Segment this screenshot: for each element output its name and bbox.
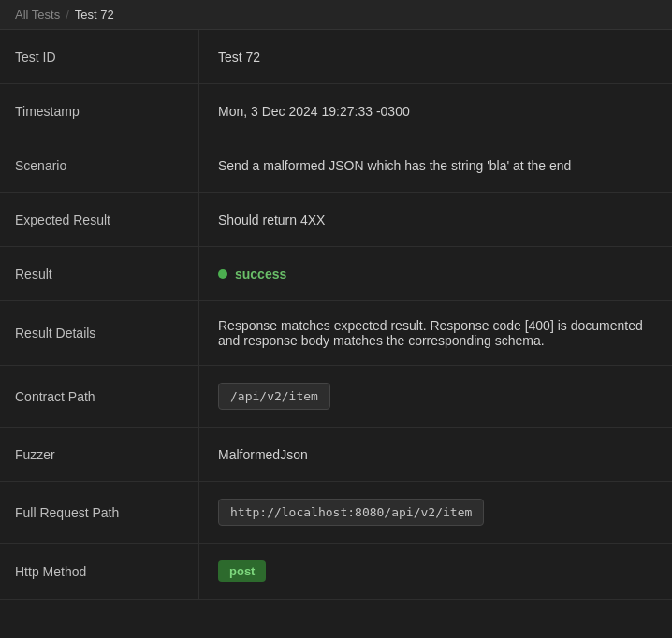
row-value: http://localhost:8080/api/v2/item	[199, 482, 672, 543]
table-row: Expected ResultShould return 4XX	[0, 193, 672, 247]
table-row: Result DetailsResponse matches expected …	[0, 301, 672, 366]
row-text-value: Response matches expected result. Respon…	[218, 318, 653, 348]
row-value: MalformedJson	[199, 428, 672, 481]
row-text-value: Should return 4XX	[218, 212, 325, 227]
row-label: Full Request Path	[0, 482, 199, 543]
row-label: Fuzzer	[0, 428, 199, 481]
breadcrumb-bar: All Tests / Test 72	[0, 0, 672, 30]
row-value: Send a malformed JSON which has the stri…	[199, 138, 672, 192]
row-text-value: Send a malformed JSON which has the stri…	[218, 158, 571, 173]
row-value: success	[199, 247, 672, 300]
row-label: Result Details	[0, 301, 199, 365]
row-value: Should return 4XX	[199, 193, 672, 246]
full-request-path-badge: http://localhost:8080/api/v2/item	[218, 499, 484, 526]
table-row: ScenarioSend a malformed JSON which has …	[0, 138, 672, 193]
table-row: FuzzerMalformedJson	[0, 428, 672, 482]
row-value: post	[199, 544, 672, 599]
row-label: Expected Result	[0, 193, 199, 246]
row-text-value: MalformedJson	[218, 447, 308, 462]
breadcrumb-all-tests[interactable]: All Tests	[15, 7, 60, 22]
breadcrumb-current: Test 72	[75, 7, 114, 22]
row-value: Response matches expected result. Respon…	[199, 301, 672, 365]
contract-path-badge: /api/v2/item	[218, 383, 330, 410]
row-label: Contract Path	[0, 366, 199, 427]
table-row: Contract Path/api/v2/item	[0, 366, 672, 428]
table-row: Full Request Pathhttp://localhost:8080/a…	[0, 482, 672, 544]
row-label: Test ID	[0, 30, 199, 83]
row-label: Scenario	[0, 138, 199, 192]
row-text-value: Test 72	[218, 50, 260, 65]
table-row: Test IDTest 72	[0, 30, 672, 84]
table-row: Resultsuccess	[0, 247, 672, 301]
row-label: Http Method	[0, 544, 199, 599]
row-text-value: Mon, 3 Dec 2024 19:27:33 -0300	[218, 104, 410, 119]
http-method-badge: post	[218, 560, 266, 582]
detail-table: Test IDTest 72TimestampMon, 3 Dec 2024 1…	[0, 30, 672, 600]
table-row: Http Methodpost	[0, 544, 672, 600]
success-label: success	[235, 267, 286, 282]
success-dot-icon	[218, 269, 227, 279]
row-value: Test 72	[199, 30, 672, 83]
table-row: TimestampMon, 3 Dec 2024 19:27:33 -0300	[0, 84, 672, 138]
row-value: /api/v2/item	[199, 366, 672, 427]
row-value: Mon, 3 Dec 2024 19:27:33 -0300	[199, 84, 672, 138]
breadcrumb-separator: /	[66, 7, 69, 22]
row-label: Result	[0, 247, 199, 300]
row-label: Timestamp	[0, 84, 199, 138]
